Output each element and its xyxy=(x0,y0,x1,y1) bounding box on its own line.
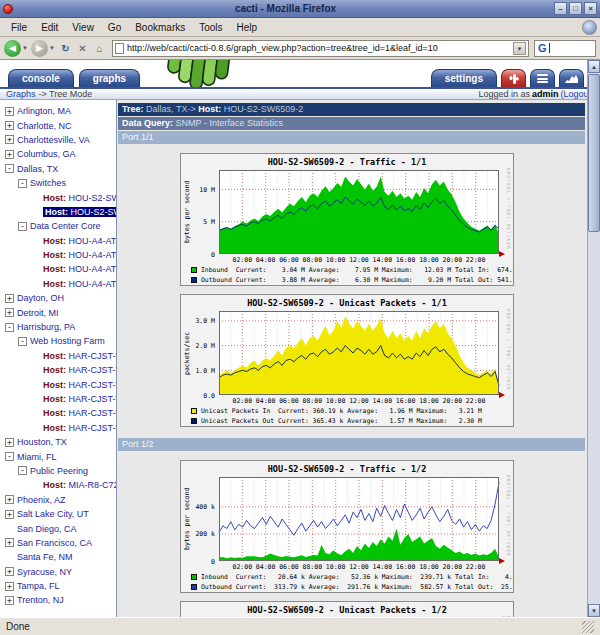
tree-branch-link[interactable]: Public Peering xyxy=(30,466,88,476)
tree-host-link[interactable]: Host: HOU-A4-ATM-4 xyxy=(43,279,117,289)
tree-expand-icon[interactable]: + xyxy=(5,294,14,303)
tree-expand-icon[interactable]: + xyxy=(5,495,14,504)
tree-host-link[interactable]: Host: HOU-A4-ATM-2 xyxy=(43,250,117,260)
view-tree-button[interactable] xyxy=(501,69,526,87)
forward-dropdown[interactable]: ▼ xyxy=(49,45,55,51)
menu-help[interactable]: Help xyxy=(230,20,265,35)
tree-expand-icon[interactable]: + xyxy=(5,438,14,447)
tree-branch-link[interactable]: San Diego, CA xyxy=(17,524,77,534)
tree-expand-icon[interactable]: + xyxy=(5,510,14,519)
scrollbar-thumb[interactable] xyxy=(588,74,600,232)
tree-branch-link[interactable]: Trenton, NJ xyxy=(17,595,64,605)
menu-tools[interactable]: Tools xyxy=(192,20,229,35)
breadcrumb-graphs-link[interactable]: Graphs xyxy=(6,89,36,99)
legend-row: Unicast Packets In Current: 360.19 k Ave… xyxy=(191,407,482,415)
tab-graphs[interactable]: graphs xyxy=(79,69,140,87)
tree-branch-link[interactable]: Columbus, GA xyxy=(17,149,76,159)
tree-branch-link[interactable]: Dayton, OH xyxy=(17,293,64,303)
tree-branch-link[interactable]: Miami, FL xyxy=(17,452,57,462)
tree-host-link[interactable]: Host: HOU-A4-ATM-1 xyxy=(43,236,117,246)
tree-branch-link[interactable]: Santa Fe, NM xyxy=(17,552,73,562)
tree-host-link[interactable]: Host: HAR-CJST-WWW4 xyxy=(43,408,117,418)
menu-edit[interactable]: Edit xyxy=(34,20,65,35)
tree-collapse-icon[interactable]: - xyxy=(5,323,14,332)
tree-host-link[interactable]: Host: HAR-CJST-WWW1 xyxy=(43,365,117,375)
url-input[interactable]: http://web/cacti/cacti-0.8.6/graph_view.… xyxy=(127,43,513,53)
tree-branch-link[interactable]: Tampa, FL xyxy=(17,581,60,591)
tree-branch-link[interactable]: Web Hosting Farm xyxy=(30,336,105,346)
tree-host-link[interactable]: Host: HAR-CJST-WWW0 xyxy=(43,351,117,361)
tree-branch-link[interactable]: Switches xyxy=(30,178,66,188)
menu-file[interactable]: File xyxy=(4,20,34,35)
tree-expand-icon[interactable]: + xyxy=(5,582,14,591)
tree-expand-icon[interactable]: + xyxy=(5,150,14,159)
menu-bookmarks[interactable]: Bookmarks xyxy=(128,20,192,35)
back-dropdown[interactable]: ▼ xyxy=(22,45,28,51)
tree-host-link[interactable]: Host: HOU-S2-SW3548-1 xyxy=(43,193,117,203)
back-button[interactable]: ◀ xyxy=(4,40,21,57)
tree-collapse-icon[interactable]: - xyxy=(18,337,27,346)
tab-settings[interactable]: settings xyxy=(431,69,497,87)
reload-button[interactable]: ↻ xyxy=(58,41,73,56)
stop-button[interactable]: ✕ xyxy=(75,41,90,56)
tree-expand-icon[interactable]: + xyxy=(5,308,14,317)
close-button[interactable]: × xyxy=(584,2,597,15)
tree-branch-link[interactable]: Syracuse, NY xyxy=(17,567,72,577)
tree-collapse-icon[interactable]: - xyxy=(18,179,27,188)
tree-host-link[interactable]: Host: MIA-R8-C7230-3 xyxy=(43,480,117,490)
tree-branch-link[interactable]: Detroit, MI xyxy=(17,308,59,318)
legend-row: Inbound Current: 20.64 k Average: 52.36 … xyxy=(191,573,514,581)
tree-collapse-icon[interactable]: - xyxy=(18,466,27,475)
tree-expand-icon[interactable]: + xyxy=(5,121,14,130)
graph-panel[interactable]: HOU-S2-SW6509-2 - Unicast Packets - 1/2R… xyxy=(180,601,514,617)
tree-branch-link[interactable]: Charlottesville, VA xyxy=(17,135,90,145)
tab-console[interactable]: console xyxy=(8,69,74,87)
tree-host-link-selected[interactable]: Host: HOU-S2-SW6509-2 xyxy=(43,207,117,217)
graph-panel[interactable]: HOU-S2-SW6509-2 - Unicast Packets - 1/1R… xyxy=(180,294,514,427)
tree-host-link[interactable]: Host: HAR-CJST-WWW2 xyxy=(43,380,117,390)
data-query-label: Data Query: xyxy=(122,118,173,128)
tree-collapse-icon[interactable]: - xyxy=(5,164,14,173)
home-button[interactable]: ⌂ xyxy=(92,41,107,56)
tree-branch-link[interactable]: Salt Lake City, UT xyxy=(17,509,89,519)
page-scrollbar[interactable]: ▲ ▼ xyxy=(587,60,600,617)
graph-panel[interactable]: HOU-S2-SW6509-2 - Traffic - 1/2RRDTOOL /… xyxy=(180,460,514,593)
tree-branch-link[interactable]: Arlington, MA xyxy=(17,106,71,116)
tree-branch-link[interactable]: Houston, TX xyxy=(17,437,67,447)
resize-grip[interactable] xyxy=(582,621,594,633)
scroll-up-button[interactable]: ▲ xyxy=(588,60,600,73)
tree-host-link[interactable]: Host: HOU-A4-ATM-3 xyxy=(43,264,117,274)
tree-branch-link[interactable]: Data Center Core xyxy=(30,221,101,231)
tree-branch-link[interactable]: Harrisburg, PA xyxy=(17,322,75,332)
view-preview-button[interactable] xyxy=(559,69,584,87)
tree-expand-icon[interactable]: + xyxy=(5,567,14,576)
tree-collapse-icon[interactable]: - xyxy=(5,452,14,461)
tree-branch-link[interactable]: Dallas, TX xyxy=(17,164,58,174)
tree-branch-link[interactable]: Charlotte, NC xyxy=(17,121,72,131)
tree-expand-icon[interactable]: + xyxy=(5,538,14,547)
search-input[interactable]: G xyxy=(534,40,596,57)
menu-go[interactable]: Go xyxy=(101,20,128,35)
url-bar[interactable]: http://web/cacti/cacti-0.8.6/graph_view.… xyxy=(112,40,529,57)
host-prefix: Host: xyxy=(43,264,69,274)
tree-spacer xyxy=(31,423,40,432)
graph-title: HOU-S2-SW6509-2 - Traffic - 1/2 xyxy=(181,461,513,474)
scroll-down-button[interactable]: ▼ xyxy=(588,604,600,617)
tree-branch-link[interactable]: Phoenix, AZ xyxy=(17,495,66,505)
tree-collapse-icon[interactable]: - xyxy=(18,222,27,231)
tree-host-link[interactable]: Host: HAR-CJST-WWW3 xyxy=(43,394,117,404)
google-search-icon: G xyxy=(538,43,547,54)
tree-expand-icon[interactable]: + xyxy=(5,107,14,116)
legend-text: Unicast Packets In Current: 360.19 k Ave… xyxy=(201,407,482,415)
maximize-button[interactable]: □ xyxy=(569,2,582,15)
tree-expand-icon[interactable]: + xyxy=(5,596,14,605)
tree-expand-icon[interactable]: + xyxy=(5,135,14,144)
minimize-button[interactable]: – xyxy=(554,2,567,15)
tree-host-link[interactable]: Host: HAR-CJST-WWW5 xyxy=(43,423,117,433)
view-list-button[interactable] xyxy=(530,69,555,87)
forward-button[interactable]: ▶ xyxy=(31,40,48,57)
graph-panel[interactable]: HOU-S2-SW6509-2 - Traffic - 1/1RRDTOOL /… xyxy=(180,153,514,286)
menu-view[interactable]: View xyxy=(65,20,101,35)
url-dropdown[interactable]: ▼ xyxy=(513,42,526,55)
tree-branch-link[interactable]: San Francisco, CA xyxy=(17,538,92,548)
